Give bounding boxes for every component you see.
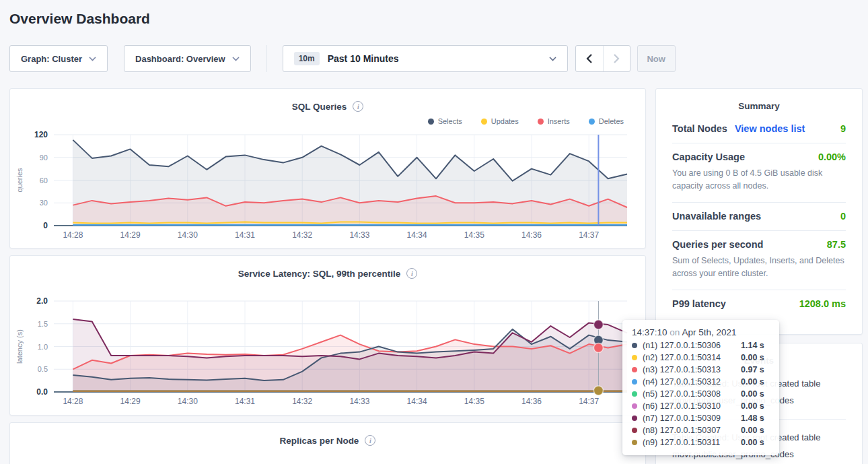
sql-queries-chart[interactable]: 030609012014:2814:2914:3014:3114:3214:33… (10, 128, 644, 249)
legend-dot (481, 119, 487, 125)
summary-label: Unavailable ranges (672, 211, 761, 222)
svg-text:120: 120 (34, 130, 48, 139)
time-next-button[interactable] (603, 46, 630, 71)
svg-text:14:37: 14:37 (579, 397, 599, 406)
tooltip-node-row: (n7) 127.0.0.1:503091.48 s (632, 413, 770, 423)
tooltip-node-row: (n8) 127.0.0.1:503070.00 s (632, 426, 770, 435)
series-color-dot (632, 428, 637, 433)
page-title: Overview Dashboard (9, 9, 868, 28)
node-latency-value: 0.00 s (741, 401, 764, 411)
node-address: (n9) 127.0.0.1:50311 (643, 438, 741, 447)
node-latency-value: 0.00 s (741, 426, 764, 435)
svg-text:14:30: 14:30 (178, 397, 198, 406)
svg-text:14:32: 14:32 (292, 230, 312, 240)
view-nodes-link[interactable]: View nodes list (735, 123, 805, 134)
info-icon[interactable]: i (353, 101, 363, 112)
now-button[interactable]: Now (637, 45, 676, 72)
info-icon[interactable]: i (406, 268, 417, 279)
tooltip-time: 14:37:10 (632, 327, 667, 337)
time-nav-group (575, 45, 630, 72)
node-address: (n8) 127.0.0.1:50307 (643, 426, 741, 435)
charts-column: SQL Queries i SelectsUpdatesInsertsDelet… (9, 88, 646, 464)
summary-label: Queries per second (672, 239, 763, 250)
chevron-right-icon (614, 54, 620, 63)
node-latency-value: 1.14 s (741, 341, 764, 350)
svg-text:14:33: 14:33 (349, 230, 369, 240)
summary-row: Queries per second87.5Sum of Selects, Up… (672, 231, 846, 290)
chevron-down-icon (89, 57, 96, 61)
chart-title: Replicas per Node (280, 436, 359, 446)
time-range-selector[interactable]: 10m Past 10 Minutes (283, 45, 568, 72)
tooltip-node-row: (n6) 127.0.0.1:503100.00 s (632, 401, 770, 411)
service-latency-chart[interactable]: 0.00.51.01.52.014:2814:2914:3014:3114:32… (10, 281, 644, 407)
tooltip-node-row: (n4) 127.0.0.1:503120.00 s (632, 377, 770, 387)
time-prev-button[interactable] (576, 46, 603, 71)
tooltip-node-row: (n1) 127.0.0.1:503061.14 s (632, 341, 770, 350)
summary-label: P99 latency (672, 298, 726, 309)
node-address: (n1) 127.0.0.1:50306 (643, 341, 741, 350)
series-color-dot (632, 379, 637, 385)
chart-header: Service Latency: SQL, 99th percentile i (10, 256, 645, 281)
svg-text:0: 0 (43, 221, 48, 230)
summary-value: 0.00% (818, 152, 846, 162)
svg-text:1.5: 1.5 (38, 320, 48, 328)
chart-hover-tooltip: 14:37:10 on Apr 5th, 2021 (n1) 127.0.0.1… (622, 320, 779, 455)
node-address: (n3) 127.0.0.1:50313 (643, 365, 741, 374)
toolbar: Graph: Cluster Dashboard: Overview 10m P… (9, 45, 863, 72)
series-color-dot (632, 391, 637, 397)
node-latency-value: 0.97 s (741, 365, 764, 374)
svg-text:14:36: 14:36 (521, 230, 542, 240)
node-address: (n4) 127.0.0.1:50312 (643, 377, 741, 387)
svg-text:90: 90 (40, 154, 48, 162)
legend-dot (538, 119, 544, 125)
legend-item[interactable]: Deletes (589, 117, 624, 125)
series-color-dot (632, 416, 637, 421)
chevron-left-icon (586, 54, 592, 63)
svg-text:14:34: 14:34 (407, 397, 427, 406)
svg-text:14:34: 14:34 (407, 230, 427, 240)
service-latency-panel: Service Latency: SQL, 99th percentile i … (9, 255, 646, 416)
svg-text:14:28: 14:28 (63, 397, 83, 406)
legend-item[interactable]: Inserts (538, 117, 570, 125)
legend-item[interactable]: Selects (428, 117, 462, 125)
info-icon[interactable]: i (365, 435, 375, 446)
svg-text:14:35: 14:35 (464, 397, 484, 406)
dashboard-dropdown-label: Dashboard: Overview (135, 54, 225, 64)
series-color-dot (632, 343, 637, 348)
svg-text:1.0: 1.0 (38, 343, 48, 351)
svg-text:0.0: 0.0 (36, 387, 48, 397)
summary-value: 0 (840, 211, 846, 222)
chart-title: SQL Queries (292, 102, 347, 112)
svg-text:2.0: 2.0 (36, 296, 48, 306)
summary-panel: Summary Total NodesView nodes list9Capac… (655, 88, 863, 335)
chevron-down-icon (549, 57, 556, 61)
svg-text:14:31: 14:31 (235, 230, 255, 240)
node-address: (n5) 127.0.0.1:50308 (643, 389, 741, 399)
tooltip-node-row: (n3) 127.0.0.1:503130.97 s (632, 365, 770, 374)
svg-text:14:33: 14:33 (349, 397, 369, 406)
tooltip-node-row: (n9) 127.0.0.1:503110.00 s (632, 438, 770, 447)
svg-text:14:30: 14:30 (178, 230, 198, 240)
chart-header: Replicas per Node i (10, 423, 645, 449)
svg-text:0.5: 0.5 (38, 365, 48, 373)
summary-row: Unavailable ranges0 (672, 203, 846, 231)
summary-label: Capacity Usage (672, 152, 745, 162)
legend-item[interactable]: Updates (481, 117, 519, 125)
svg-text:14:29: 14:29 (120, 397, 141, 406)
node-address: (n7) 127.0.0.1:50309 (643, 413, 741, 423)
summary-row: Total NodesView nodes list9 (672, 115, 846, 143)
node-address: (n6) 127.0.0.1:50310 (643, 401, 741, 411)
series-color-dot (632, 403, 637, 409)
summary-label: Total Nodes (672, 123, 727, 134)
chart-title: Service Latency: SQL, 99th percentile (238, 269, 401, 279)
legend-dot (428, 119, 434, 125)
svg-text:60: 60 (40, 176, 48, 185)
tooltip-node-row: (n5) 127.0.0.1:503080.00 s (632, 389, 770, 399)
chart-legend: SelectsUpdatesInsertsDeletes (10, 114, 645, 128)
toolbar-divider (266, 45, 267, 72)
dashboard-dropdown[interactable]: Dashboard: Overview (124, 45, 251, 72)
graph-scope-dropdown[interactable]: Graph: Cluster (9, 45, 108, 72)
legend-dot (589, 119, 595, 125)
series-color-dot (632, 440, 637, 445)
svg-text:14:32: 14:32 (292, 397, 312, 406)
